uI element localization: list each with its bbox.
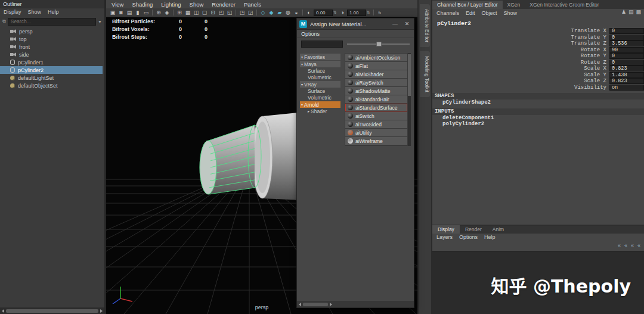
viewport-menu-show[interactable]: Show (190, 1, 204, 8)
outliner-item-persp[interactable]: persp (0, 27, 103, 35)
resolution-gate-icon[interactable]: ◫ (192, 8, 200, 17)
shaded-icon[interactable]: ◆ (267, 8, 275, 17)
material-list-scrollbar[interactable] (408, 53, 411, 146)
tab-display[interactable]: Display (432, 225, 460, 234)
material-category-shader[interactable]: ▸Shader (300, 108, 343, 114)
material-category-surface[interactable]: Surface (300, 67, 343, 74)
material-search-input[interactable] (301, 41, 343, 48)
oversampling-icon[interactable]: ◈ (163, 8, 171, 17)
select-camera-icon[interactable]: ▣ (109, 8, 117, 17)
channel-value-field[interactable]: 0 (609, 28, 644, 34)
material-category-maya[interactable]: ▾Maya (300, 61, 340, 67)
material-item-aimixshader[interactable]: aiMixShader (345, 70, 407, 78)
channelbox-menu-object[interactable]: Object (482, 10, 497, 16)
outliner-item-top[interactable]: top (0, 35, 103, 43)
textured-icon[interactable]: ▰ (275, 8, 284, 17)
exposure-field[interactable]: 0.00 (314, 10, 333, 16)
scroll-left-arrow-icon[interactable] (299, 303, 301, 306)
frame-all-icon[interactable]: ◳ (238, 8, 246, 17)
gamma-icon[interactable]: ◑ (338, 8, 346, 17)
material-category-favorites[interactable]: ▾Favorites (300, 54, 340, 60)
lock-camera-icon[interactable]: ◙ (117, 8, 125, 17)
material-item-airayswitch[interactable]: aiRaySwitch (345, 79, 407, 86)
safe-action-icon[interactable]: ◰ (217, 8, 225, 17)
material-item-aistandardhair[interactable]: aiStandardHair (345, 95, 407, 103)
grid-icon[interactable]: ⊞ (175, 8, 184, 17)
material-item-aistandardsurface[interactable]: aiStandardSurface (345, 104, 407, 111)
viewport-menu-shading[interactable]: Shading (132, 1, 153, 8)
default-material-icon[interactable]: ◍ (284, 8, 292, 17)
outliner-item-defaultobjectset[interactable]: defaultObjectSet (0, 82, 103, 89)
expand-arrow-icon[interactable]: ▾ (301, 102, 303, 107)
chevron-down-icon[interactable]: ▼ (98, 20, 102, 24)
outliner-horizontal-scrollbar[interactable] (0, 307, 104, 314)
channel-value-field[interactable]: 0.823 (609, 66, 644, 71)
channel-node-deletecomponent1[interactable]: deleteComponent1 (432, 115, 644, 122)
layer-empty-icon[interactable]: « (631, 243, 634, 248)
material-category-volumetric[interactable]: Volumetric (300, 74, 343, 80)
lock-channels-icon[interactable]: ▤ (628, 9, 634, 15)
layereditor-menu-help[interactable]: Help (484, 234, 496, 241)
material-item-aishadowmatte[interactable]: aiShadowMatte (345, 87, 407, 95)
scrollbar-thumb[interactable] (408, 54, 411, 96)
material-category-arnold[interactable]: ▾Arnold (300, 101, 340, 108)
outliner-item-pcylinder2[interactable]: pCylinder2 (0, 66, 103, 74)
outliner-item-front[interactable]: front (0, 43, 103, 51)
user-icon[interactable]: ♟ (621, 9, 626, 15)
layer-move-icon[interactable]: « (618, 243, 621, 248)
layereditor-menu-options[interactable]: Options (459, 234, 478, 241)
selected-object-name[interactable]: pCylinder2 (432, 17, 644, 28)
outliner-menu-show[interactable]: Show (28, 9, 42, 15)
outliner-menu-display[interactable]: Display (4, 9, 21, 15)
viewport-menu-lighting[interactable]: Lighting (161, 1, 181, 8)
channel-value-field[interactable]: 0.823 (609, 78, 644, 84)
material-category-volumetric[interactable]: Volumetric (300, 94, 343, 101)
channelbox-menu-channels[interactable]: Channels (436, 10, 459, 16)
channel-value-field[interactable]: 0 (609, 60, 644, 66)
dialog-titlebar[interactable]: M Assign New Material... — ✕ (297, 18, 414, 30)
channel-node-polycylinder2[interactable]: polyCylinder2 (432, 121, 644, 128)
material-category-surface[interactable]: Surface (300, 88, 343, 94)
material-item-aiambientocclusion[interactable]: aiAmbientOcclusion (345, 54, 407, 61)
layer-add-icon[interactable]: « (624, 243, 627, 248)
material-category-vray[interactable]: ▾VRay (300, 81, 340, 88)
side-tab-modeling-toolkit[interactable]: Modeling Toolkit (420, 51, 430, 97)
dialog-horizontal-scrollbar[interactable] (297, 301, 414, 307)
tab-xgen-interactive-groom-editor[interactable]: XGen Interactive Groom Editor (525, 1, 603, 9)
channel-value-field[interactable]: 0 (609, 35, 644, 41)
bookmarks-icon[interactable]: ▮ (134, 8, 142, 17)
side-tab-attribute-editor[interactable]: Attribute Editor (420, 4, 430, 47)
material-item-aiutility[interactable]: aiUtility (345, 129, 407, 136)
two-d-pan-zoom-icon[interactable]: ⊕ (154, 8, 163, 17)
channel-value-field[interactable]: 0 (609, 53, 644, 59)
outliner-item-pcylinder1[interactable]: pCylinder1 (0, 58, 103, 66)
search-input[interactable] (8, 18, 96, 26)
material-item-aiswitch[interactable]: aiSwitch (345, 112, 407, 120)
scroll-left-arrow-icon[interactable] (2, 309, 4, 313)
tab-channel-box-layer-editor[interactable]: Channel Box / Layer Editor (432, 1, 503, 9)
minimize-button[interactable]: — (391, 21, 400, 27)
material-item-aiflat[interactable]: aiFlat (345, 62, 407, 70)
channel-value-field[interactable]: on (609, 85, 644, 91)
channel-value-field[interactable]: 90 (609, 47, 644, 53)
close-button[interactable]: ✕ (402, 21, 411, 27)
outliner-item-side[interactable]: side (0, 51, 103, 58)
layer-selected-icon[interactable]: « (637, 243, 640, 248)
camera-attributes-icon[interactable]: ▤ (125, 8, 134, 17)
channel-value-field[interactable]: 3.536 (609, 41, 644, 46)
channel-node-pcylindershape2[interactable]: pCylinderShape2 (432, 100, 644, 106)
gamma-field[interactable]: 1.00 (347, 10, 366, 16)
tab-xgen[interactable]: XGen (503, 1, 525, 9)
channelbox-menu-show[interactable]: Show (504, 10, 518, 16)
layereditor-menu-layers[interactable]: Layers (436, 234, 453, 241)
viewport-menu-panels[interactable]: Panels (244, 1, 261, 8)
safe-title-icon[interactable]: ◱ (225, 8, 234, 17)
scrollbar-thumb[interactable] (303, 303, 328, 306)
scroll-right-arrow-icon[interactable] (100, 309, 103, 313)
expand-arrow-icon[interactable]: ▾ (301, 55, 303, 59)
material-item-aiwireframe[interactable]: aiWireframe (345, 137, 407, 145)
film-gate-icon[interactable]: ▦ (184, 8, 192, 17)
tab-anim[interactable]: Anim (487, 225, 509, 234)
outliner-item-defaultlightset[interactable]: defaultLightSet (0, 74, 103, 82)
swatch-size-slider[interactable] (347, 43, 410, 45)
